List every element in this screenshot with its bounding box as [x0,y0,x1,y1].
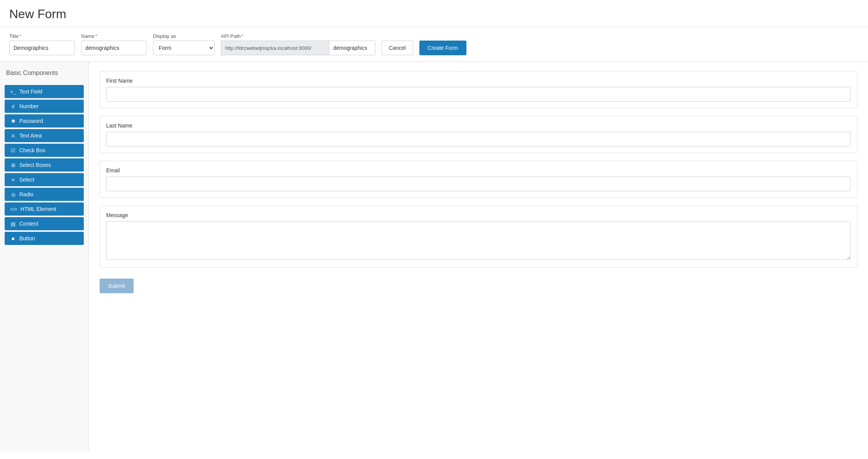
select-icon: ≡ [10,177,16,183]
last-name-input[interactable] [106,132,851,146]
component-btn-content[interactable]: ▤ Content [5,217,84,230]
name-input[interactable] [81,41,147,55]
message-section: Message [100,206,857,268]
name-label: Name* [81,33,147,39]
component-btn-select-boxes[interactable]: ⊞ Select Boxes [5,158,84,172]
api-path-group: API Path* http://fdrzwebwtjmqcka.localho… [221,33,375,55]
number-icon: # [10,104,16,109]
component-btn-radio[interactable]: ◎ Radio [5,188,84,201]
button-label: Button [19,235,35,241]
check-box-icon: ☑ [10,148,16,153]
component-btn-password[interactable]: ✱ Password [5,114,84,128]
display-as-field-group: Display as Form Wizard Tabs [153,33,215,55]
submit-button[interactable]: Submit [100,279,134,293]
title-label: Title* [9,33,75,39]
html-element-label: HTML Element [20,206,56,212]
component-btn-html-element[interactable]: </> HTML Element [5,202,84,216]
check-box-label: Check Box [19,147,46,153]
select-label: Select [19,177,34,183]
component-btn-text-field[interactable]: >_ Text Field [5,85,84,98]
message-label: Message [106,212,851,218]
select-boxes-label: Select Boxes [19,162,51,168]
html-element-icon: </> [10,206,17,212]
message-textarea[interactable] [106,221,851,260]
email-input[interactable] [106,177,851,191]
cancel-button[interactable]: Cancel [381,41,413,55]
first-name-section: First Name [100,71,857,108]
text-area-icon: A [10,133,16,139]
title-required: * [19,33,21,39]
email-label: Email [106,167,851,173]
component-btn-text-area[interactable]: A Text Area [5,129,84,142]
api-suffix-input[interactable] [329,41,375,55]
email-section: Email [100,161,857,198]
text-field-label: Text Field [19,88,42,95]
form-meta-bar: Title* Name* Display as Form Wizard Tabs… [0,27,868,62]
api-base: http://fdrzwebwtjmqcka.localhost:3000/ [221,41,329,55]
name-required: * [95,33,97,39]
first-name-input[interactable] [106,87,851,102]
display-as-select[interactable]: Form Wizard Tabs [153,41,215,55]
api-path-wrapper: http://fdrzwebwtjmqcka.localhost:3000/ [221,41,375,55]
title-field-group: Title* [9,33,75,55]
last-name-label: Last Name [106,122,851,129]
select-boxes-icon: ⊞ [10,162,16,168]
text-field-icon: >_ [10,89,16,95]
password-label: Password [19,118,43,124]
display-as-label: Display as [153,33,215,39]
component-btn-button[interactable]: ■ Button [5,232,84,245]
page-title: New Form [9,7,859,21]
text-area-label: Text Area [19,133,42,139]
component-btn-check-box[interactable]: ☑ Check Box [5,144,84,157]
api-path-label: API Path* [221,33,375,39]
api-path-required: * [241,33,243,39]
last-name-section: Last Name [100,116,857,153]
radio-icon: ◎ [10,192,16,197]
number-label: Number [19,103,39,109]
create-form-button[interactable]: Create Form [419,41,467,55]
name-field-group: Name* [81,33,147,55]
button-icon: ■ [10,236,16,241]
radio-label: Radio [19,191,34,197]
title-input[interactable] [9,41,75,55]
content-label: Content [19,221,38,227]
first-name-label: First Name [106,78,851,84]
content-icon: ▤ [10,221,16,227]
sidebar: Basic Components >_ Text Field # Number … [0,62,89,451]
main-content: Basic Components >_ Text Field # Number … [0,62,868,451]
component-btn-select[interactable]: ≡ Select [5,173,84,186]
password-icon: ✱ [10,118,16,124]
form-canvas: First Name Last Name Email Message Submi… [89,62,868,451]
sidebar-title: Basic Components [5,66,84,80]
page-header: New Form [0,0,868,27]
component-btn-number[interactable]: # Number [5,100,84,113]
